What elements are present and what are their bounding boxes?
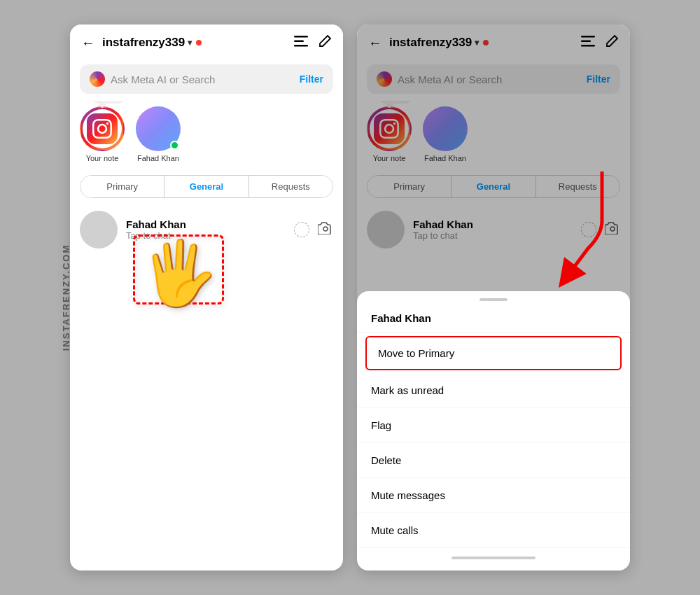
chat-actions (294, 222, 333, 238)
bottom-bar-hint (451, 556, 536, 559)
left-header: ← instafrenzy339 ▾ (70, 24, 343, 60)
username-label: instafrenzy339 (102, 36, 185, 50)
sheet-item-delete[interactable]: Delete (357, 443, 630, 478)
left-search-bar[interactable]: Ask Meta AI or Search Filter (80, 64, 333, 94)
screens-container: ← instafrenzy339 ▾ (70, 24, 630, 570)
tab-primary[interactable]: Primary (80, 176, 164, 197)
story-your-note[interactable]: Note... Your note (80, 106, 125, 162)
status-dot (196, 40, 202, 46)
note-bubble: Note... (92, 101, 125, 104)
story-bubble-wrap: Note... (80, 106, 125, 151)
chat-avatar-fahad (80, 211, 118, 248)
camera-icon[interactable] (318, 222, 333, 238)
svg-rect-1 (294, 41, 304, 43)
sheet-item-mark-unread[interactable]: Mark as unread (357, 373, 630, 408)
fahad-bubble-wrap (136, 106, 181, 151)
select-circle[interactable] (294, 222, 309, 237)
sheet-item-move-to-primary[interactable]: Move to Primary (365, 336, 622, 370)
edit-icon[interactable] (318, 34, 332, 50)
header-icons (294, 34, 332, 50)
story-avatar-your-note (80, 106, 125, 151)
sheet-item-mute-calls[interactable]: Mute calls (357, 513, 630, 548)
watermark: INSTAFRENZY.COM (61, 244, 71, 351)
chat-info-fahad: Fahad Khan Tap to chat (126, 218, 286, 241)
instagram-logo (87, 113, 118, 144)
meta-ai-icon (90, 71, 105, 87)
left-phone-screen: ← instafrenzy339 ▾ (70, 24, 343, 570)
list-icon[interactable] (294, 36, 308, 49)
right-phone-screen: ← instafrenzy339 ▾ (357, 24, 630, 570)
sheet-handle (479, 298, 507, 301)
story-label-your-note: Your note (86, 154, 119, 162)
svg-rect-0 (294, 36, 308, 38)
search-placeholder: Ask Meta AI or Search (111, 74, 290, 85)
story-label-fahad: Fahad Khan (137, 154, 179, 162)
story-avatar-inner (83, 109, 122, 148)
story-fahad[interactable]: Fahad Khan (136, 106, 181, 162)
chat-name-fahad: Fahad Khan (126, 218, 286, 230)
tabs-container: Primary General Requests (80, 175, 333, 198)
bottom-sheet: Fahad Khan Move to Primary Mark as unrea… (357, 291, 630, 570)
online-dot (170, 141, 179, 150)
svg-point-3 (323, 227, 328, 231)
chevron-icon[interactable]: ▾ (188, 38, 192, 48)
stories-row: Note... Your note (70, 101, 343, 169)
sheet-item-mute-messages[interactable]: Mute messages (357, 478, 630, 513)
svg-rect-2 (294, 45, 308, 47)
chat-preview-fahad: Tap to chat (126, 230, 286, 241)
filter-button[interactable]: Filter (300, 74, 323, 85)
tab-requests[interactable]: Requests (248, 176, 332, 197)
sheet-header: Fahad Khan (357, 307, 630, 333)
sheet-item-flag[interactable]: Flag (357, 408, 630, 443)
back-button[interactable]: ← (81, 36, 95, 50)
tab-general[interactable]: General (164, 176, 248, 197)
header-title: instafrenzy339 ▾ (102, 36, 287, 50)
chat-item-fahad[interactable]: Fahad Khan Tap to chat (70, 204, 343, 255)
